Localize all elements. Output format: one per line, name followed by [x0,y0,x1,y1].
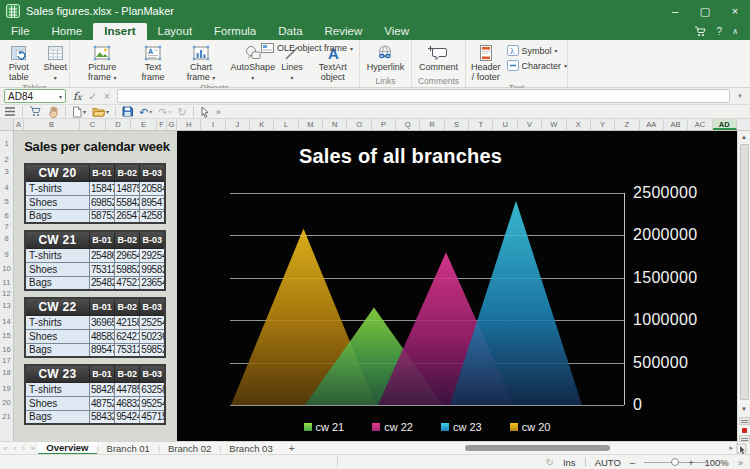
branch-column-header[interactable]: B-01 [89,164,114,181]
minimize-button[interactable]: – [660,0,690,22]
product-label-cell[interactable]: T-shirts [25,248,89,262]
row-header-17[interactable]: 17 [0,357,13,364]
cell-reference-box[interactable]: AD84 ▾ [4,89,66,103]
row-header-1[interactable]: 1 [0,131,13,155]
product-label-cell[interactable]: Shoes [25,195,89,209]
value-cell[interactable]: 45715 [140,410,165,424]
branch-column-header[interactable]: B-03 [140,231,165,248]
close-button[interactable]: × [720,0,750,22]
column-header-G[interactable]: G [167,119,177,130]
collapse-ribbon-icon[interactable]: ∧ [732,27,738,36]
value-cell[interactable]: 14875 [115,181,140,195]
hyperlink-button[interactable]: Hyperlink [365,42,407,74]
value-cell[interactable]: 59852 [140,343,165,357]
column-header-N[interactable]: N [323,119,347,130]
row-header-16[interactable]: 16 [0,342,13,357]
first-sheet-icon[interactable]: « [0,444,10,453]
column-header-S[interactable]: S [445,119,469,130]
value-cell[interactable]: 75312 [89,262,114,276]
legend-item-cw-21[interactable]: cw 21 [304,421,345,433]
column-header-AC[interactable]: AC [688,119,712,130]
column-header-V[interactable]: V [518,119,542,130]
week-label[interactable]: CW 22 [25,298,89,315]
legend-item-cw-20[interactable]: cw 20 [510,421,551,433]
value-cell[interactable]: 89547 [140,195,165,209]
value-cell[interactable]: 59852 [115,262,140,276]
vertical-scrollbar[interactable]: ▲ ▼ [737,131,750,441]
value-cell[interactable]: 29654 [115,248,140,262]
column-header-A[interactable]: A [14,119,24,130]
value-cell[interactable]: 62421 [115,329,140,343]
week-label[interactable]: CW 20 [25,164,89,181]
open-file-button[interactable]: ▾ [92,106,109,118]
header-footer-button[interactable]: Header / footer [469,42,503,83]
value-cell[interactable]: 50236 [140,329,165,343]
value-cell[interactable]: 42587 [140,209,165,223]
sheet-tab-branch-01[interactable]: Branch 01 [99,442,158,455]
sheet-tab-branch-03[interactable]: Branch 03 [221,442,280,455]
column-header-P[interactable]: P [372,119,396,130]
sidebar-toggle-button[interactable] [4,106,16,118]
product-label-cell[interactable]: Bags [25,209,89,223]
value-cell[interactable]: 58432 [89,410,114,424]
hand-tool-button[interactable] [48,106,59,118]
help-icon[interactable]: ? [717,26,723,37]
branch-column-header[interactable]: B-02 [115,298,140,315]
row-header-10[interactable]: 10 [0,261,13,275]
column-header-AB[interactable]: AB [664,119,688,130]
confirm-entry-icon[interactable]: ✓ [89,91,97,102]
row-header-12[interactable]: 12 [0,290,13,297]
branch-column-header[interactable]: B-01 [89,231,114,248]
branch-column-header[interactable]: B-02 [115,231,140,248]
split-marker[interactable] [742,428,747,433]
value-cell[interactable]: 25486 [89,248,114,262]
branch-column-header[interactable]: B-02 [115,365,140,382]
column-header-L[interactable]: L [274,119,298,130]
row-header-14[interactable]: 14 [0,314,13,328]
product-label-cell[interactable]: Bags [25,276,89,290]
menu-tab-data[interactable]: Data [267,23,313,40]
row-header-15[interactable]: 15 [0,328,13,342]
symbol-button[interactable]: λ Symbol ▾ [507,45,568,56]
column-header-X[interactable]: X [567,119,591,130]
menu-tab-review[interactable]: Review [314,23,374,40]
legend-item-cw-22[interactable]: cw 22 [372,421,413,433]
value-cell[interactable]: 95424 [115,410,140,424]
menu-tab-file[interactable]: File [0,23,41,40]
save-button[interactable] [122,106,133,118]
pivot-table-button[interactable]: Pivot table [0,42,37,83]
insert-mode-indicator[interactable]: Ins [563,457,576,468]
value-cell[interactable]: 55842 [115,195,140,209]
value-cell[interactable]: 42158 [115,315,140,329]
value-cell[interactable]: 20584 [140,181,165,195]
product-label-cell[interactable]: Bags [25,343,89,357]
horizontal-scroll-thumb[interactable] [465,445,610,451]
value-cell[interactable]: 25254 [140,315,165,329]
branch-column-header[interactable]: B-02 [115,164,140,181]
value-cell[interactable]: 58426 [89,382,114,396]
value-cell[interactable]: 69852 [89,195,114,209]
character-button[interactable]: Character ▾ [507,60,568,71]
column-header-AA[interactable]: AA [640,119,664,130]
zoom-slider[interactable] [644,458,679,466]
row-header-5[interactable]: 5 [0,194,13,208]
branch-column-header[interactable]: B-01 [89,298,114,315]
row-header-19[interactable]: 19 [0,381,13,395]
value-cell[interactable]: 75312 [115,343,140,357]
value-cell[interactable]: 47521 [115,276,140,290]
product-label-cell[interactable]: Shoes [25,396,89,410]
scroll-up-icon[interactable]: ▲ [738,131,750,143]
shop-button[interactable] [29,106,42,118]
column-header-M[interactable]: M [299,119,323,130]
vertical-scroll-thumb[interactable] [740,144,749,400]
insert-function-icon[interactable]: fx [73,90,82,103]
selection-mode-icon[interactable] [736,442,750,454]
row-header-21[interactable]: 21 [0,409,13,424]
week-label[interactable]: CW 21 [25,231,89,248]
next-sheet-icon[interactable]: › [19,444,28,453]
value-cell[interactable]: 89547 [89,343,114,357]
menu-tab-formula[interactable]: Formula [203,23,267,40]
toolbar-overflow-icon[interactable]: » [216,106,221,118]
value-cell[interactable]: 15847 [89,181,114,195]
product-label-cell[interactable]: T-shirts [25,382,89,396]
